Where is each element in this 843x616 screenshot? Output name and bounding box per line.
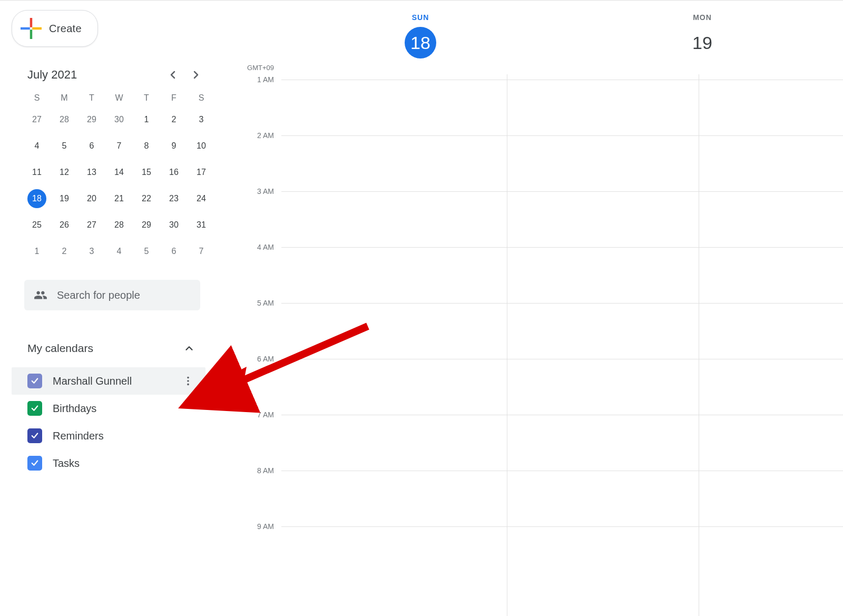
mini-day-cell[interactable]: 10 (192, 136, 211, 155)
mini-day-cell[interactable]: 26 (55, 216, 74, 234)
mini-day-header: T (133, 93, 160, 103)
main-calendar-view: SUN18MON19 GMT+09 1 AM2 AM3 AM4 AM5 AM6 … (227, 1, 843, 616)
mini-day-cell[interactable]: 5 (137, 242, 156, 261)
mini-day-cell[interactable]: 30 (110, 110, 129, 129)
mini-day-cell[interactable]: 3 (82, 242, 101, 261)
mini-day-cell[interactable]: 2 (55, 242, 74, 261)
timezone-label: GMT+09 (227, 64, 274, 72)
mini-day-cell[interactable]: 30 (164, 216, 183, 234)
mini-month-label: July 2021 (27, 68, 77, 82)
sidebar: Create July 2021 SMTWTFS2728293012345678… (0, 1, 221, 477)
day-column-header[interactable]: MON19 (561, 1, 843, 74)
hour-divider (281, 415, 843, 415)
hour-divider (281, 526, 843, 527)
mini-day-cell[interactable]: 14 (110, 163, 129, 182)
mini-day-cell[interactable]: 13 (82, 163, 101, 182)
day-column-header[interactable]: SUN18 (279, 1, 561, 74)
mini-day-cell[interactable]: 8 (137, 136, 156, 155)
calendar-checkbox[interactable] (27, 374, 42, 388)
hour-divider (281, 80, 843, 80)
chevron-up-icon (183, 343, 195, 354)
calendar-options-button[interactable] (182, 375, 194, 387)
mini-day-cell[interactable]: 24 (192, 189, 211, 208)
create-button[interactable]: Create (12, 10, 98, 47)
mini-day-cell[interactable]: 31 (192, 216, 211, 234)
mini-day-cell[interactable]: 23 (164, 189, 183, 208)
calendar-item[interactable]: Tasks (12, 449, 205, 477)
hour-row[interactable]: 2 AM (227, 135, 843, 191)
calendar-item[interactable]: Reminders (12, 422, 205, 449)
mini-day-cell[interactable]: 6 (82, 136, 101, 155)
hour-row[interactable]: 4 AM (227, 247, 843, 303)
mini-day-cell[interactable]: 15 (137, 163, 156, 182)
hour-divider (281, 191, 843, 192)
mini-day-cell[interactable]: 7 (110, 136, 129, 155)
mini-day-cell[interactable]: 28 (55, 110, 74, 129)
mini-day-cell[interactable]: 18 (27, 189, 46, 208)
hour-row[interactable]: 8 AM (227, 471, 843, 526)
search-people-input[interactable]: Search for people (24, 280, 200, 310)
my-calendars-toggle[interactable]: My calendars (27, 342, 195, 355)
mini-day-cell[interactable]: 7 (192, 242, 211, 261)
mini-day-cell[interactable]: 29 (137, 216, 156, 234)
mini-day-cell[interactable]: 22 (137, 189, 156, 208)
hour-row[interactable]: 7 AM (227, 415, 843, 471)
mini-day-cell[interactable]: 4 (110, 242, 129, 261)
mini-day-cell[interactable]: 1 (27, 242, 46, 261)
hour-label: 7 AM (227, 410, 274, 419)
mini-day-cell[interactable]: 12 (55, 163, 74, 182)
hour-row[interactable]: 9 AM (227, 526, 843, 582)
mini-day-cell[interactable]: 4 (27, 136, 46, 155)
calendar-checkbox[interactable] (27, 428, 42, 443)
day-number[interactable]: 18 (405, 27, 436, 58)
mini-day-cell[interactable]: 2 (164, 110, 183, 129)
day-of-week-label: MON (562, 13, 843, 22)
people-icon (34, 288, 47, 302)
mini-day-cell[interactable]: 20 (82, 189, 101, 208)
calendar-item[interactable]: Marshall Gunnell (12, 367, 205, 395)
mini-day-cell[interactable]: 27 (27, 110, 46, 129)
mini-day-cell[interactable]: 28 (110, 216, 129, 234)
mini-day-header: W (105, 93, 133, 103)
calendar-list: Marshall GunnellBirthdaysRemindersTasks (12, 367, 205, 477)
calendar-item[interactable]: Birthdays (12, 395, 205, 422)
day-of-week-label: SUN (280, 13, 561, 22)
mini-day-cell[interactable]: 6 (164, 242, 183, 261)
calendar-checkbox[interactable] (27, 456, 42, 471)
hour-divider (281, 247, 843, 248)
hour-label: 4 AM (227, 243, 274, 251)
mini-day-cell[interactable]: 5 (55, 136, 74, 155)
mini-day-cell[interactable]: 21 (110, 189, 129, 208)
svg-point-2 (187, 384, 189, 386)
hour-row[interactable]: 1 AM (227, 80, 843, 135)
mini-day-cell[interactable]: 19 (55, 189, 74, 208)
mini-day-cell[interactable]: 16 (164, 163, 183, 182)
mini-day-cell[interactable]: 9 (164, 136, 183, 155)
svg-point-1 (187, 380, 189, 382)
svg-point-0 (187, 377, 189, 379)
calendar-checkbox[interactable] (27, 401, 42, 416)
mini-day-cell[interactable]: 1 (137, 110, 156, 129)
calendar-label: Marshall Gunnell (53, 375, 172, 387)
mini-day-cell[interactable]: 29 (82, 110, 101, 129)
hour-divider (281, 303, 843, 304)
hour-row[interactable]: 3 AM (227, 191, 843, 247)
my-calendars-label: My calendars (27, 342, 93, 355)
mini-day-cell[interactable]: 17 (192, 163, 211, 182)
day-number[interactable]: 19 (687, 27, 718, 58)
hour-label: 8 AM (227, 466, 274, 475)
mini-day-cell[interactable]: 27 (82, 216, 101, 234)
prev-month-button[interactable] (166, 69, 179, 81)
mini-calendar-header: July 2021 (12, 68, 205, 82)
mini-day-cell[interactable]: 3 (192, 110, 211, 129)
mini-day-cell[interactable]: 11 (27, 163, 46, 182)
hour-row[interactable]: 5 AM (227, 303, 843, 359)
search-placeholder: Search for people (57, 289, 140, 301)
hour-label: 1 AM (227, 75, 274, 84)
mini-day-cell[interactable]: 25 (27, 216, 46, 234)
hour-grid[interactable]: 1 AM2 AM3 AM4 AM5 AM6 AM7 AM8 AM9 AM (227, 80, 843, 616)
hour-label: 3 AM (227, 187, 274, 195)
hour-label: 9 AM (227, 522, 274, 531)
next-month-button[interactable] (190, 69, 202, 81)
hour-row[interactable]: 6 AM (227, 359, 843, 415)
